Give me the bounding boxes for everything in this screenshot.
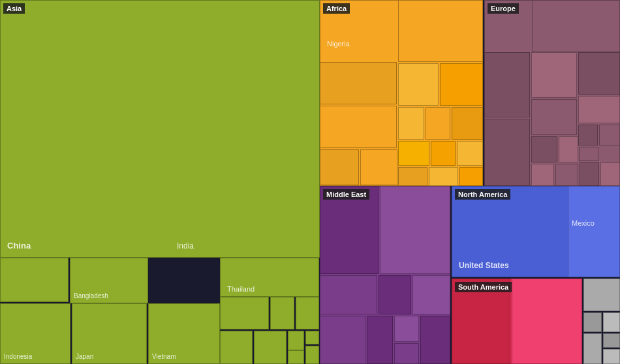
- europe-sub13: [600, 162, 620, 186]
- asia-th-sub2: [270, 297, 294, 329]
- france-block: [484, 52, 530, 117]
- misc-block3: [603, 312, 620, 332]
- middle-east-label: Middle East: [323, 189, 369, 200]
- treemap: Asia China India Bangladesh Indonesia Ja…: [0, 0, 620, 364]
- spain-block[interactable]: Spain: [531, 52, 577, 98]
- africa-sub6: [426, 107, 450, 140]
- mideast-sub2: [380, 186, 450, 274]
- misc-block6: [603, 349, 620, 364]
- asia-th-sub5: [254, 331, 287, 364]
- indonesia-block[interactable]: Indonesia: [0, 303, 70, 364]
- mideast-sub4: [379, 275, 411, 314]
- europe-sub8: [579, 147, 598, 161]
- mideast-iraq-block[interactable]: Iraq: [420, 316, 450, 364]
- asia-label: Asia: [3, 3, 25, 14]
- mexico-label: Mexico: [572, 219, 595, 227]
- africa-sub1: [398, 0, 483, 62]
- europe-sub2: [578, 52, 620, 95]
- africa-sub7: [452, 107, 483, 140]
- europe-sub4: [578, 125, 598, 145]
- europe-sub11: [555, 164, 578, 186]
- asia-th-sub6: [288, 331, 304, 350]
- africa-label: Africa: [323, 3, 350, 14]
- africa-sub2: [398, 63, 439, 106]
- japan-block[interactable]: Japan: [72, 303, 147, 364]
- africa-sub13: [360, 149, 397, 185]
- africa-sub14: [398, 167, 427, 186]
- vietnam-block[interactable]: Vietnam: [148, 303, 220, 364]
- europe-sub3: [578, 96, 620, 123]
- europe-sub10: [531, 164, 554, 186]
- africa-sub4: [320, 62, 397, 104]
- mideast-sub7: [367, 316, 393, 364]
- europe-sub12: [580, 162, 599, 186]
- south-america-sub2: [512, 279, 582, 364]
- thailand-label: Thailand: [227, 285, 255, 293]
- asia-th-sub4: [220, 331, 253, 364]
- misc-block1: [583, 279, 620, 311]
- misc-block2: [583, 312, 602, 332]
- mexico-block[interactable]: Mexico: [568, 186, 620, 277]
- asia-th-sub1: [220, 297, 269, 329]
- europe-sub7: [559, 136, 578, 162]
- europe-sub6: [531, 136, 557, 162]
- africa-sub12: [320, 149, 359, 185]
- japan-label: Japan: [76, 353, 93, 360]
- thailand-block[interactable]: Thailand: [220, 258, 319, 297]
- south-america-label: South America: [455, 282, 512, 292]
- europe-label: Europe: [488, 3, 519, 14]
- asia-th-sub3: [296, 297, 319, 329]
- north-america-label: North America: [455, 189, 510, 200]
- africa-sub16: [459, 167, 483, 186]
- africa-sub3: [440, 63, 483, 106]
- asia-region[interactable]: Asia China India: [0, 0, 320, 258]
- poland-block[interactable]: Poland: [531, 99, 577, 135]
- asia-sub-block: [0, 258, 69, 302]
- africa-sub15: [429, 167, 458, 186]
- vietnam-label: Vietnam: [152, 353, 176, 360]
- misc-block4: [583, 333, 602, 364]
- europe-sub1: [532, 0, 620, 52]
- asia-th-sub7: [288, 350, 304, 364]
- mideast-sub8: [394, 316, 419, 342]
- india-label: India: [177, 241, 194, 250]
- europe-sub9: [484, 119, 530, 186]
- asia-th-sub9: [305, 346, 319, 364]
- africa-sub10: [431, 141, 456, 166]
- africa-sub5: [398, 107, 424, 140]
- us-label: United States: [459, 261, 509, 270]
- mideast-sub6: [320, 316, 365, 364]
- misc-block5: [603, 333, 620, 348]
- bangladesh-label: Bangladesh: [74, 292, 108, 299]
- mideast-sub5: [412, 275, 450, 314]
- indonesia-label: Indonesia: [4, 353, 32, 360]
- nigeria-label: Nigeria: [327, 40, 350, 48]
- asia-th-sub8: [305, 331, 319, 344]
- africa-sub9: [398, 141, 429, 166]
- mideast-sub9: [394, 343, 419, 364]
- europe-sub5: [599, 125, 620, 145]
- africa-sub11: [457, 141, 483, 166]
- china-label: China: [7, 241, 31, 250]
- mideast-sub3: [320, 275, 377, 314]
- bangladesh-block[interactable]: Bangladesh: [70, 258, 148, 303]
- africa-sub8: [320, 106, 397, 148]
